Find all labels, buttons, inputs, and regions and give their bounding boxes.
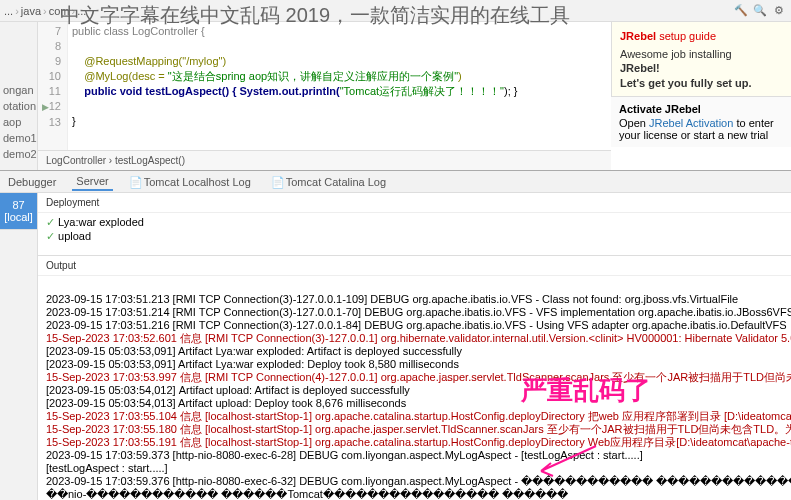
deployment-header: Deployment [38, 193, 791, 213]
run-gutter-icon[interactable]: ▶ [42, 102, 49, 112]
bc-item[interactable]: ... [4, 5, 13, 17]
code-content[interactable]: public class LogController { @RequestMap… [68, 22, 611, 150]
log-line: [2023-09-15 05:03:54,013] Artifact uploa… [46, 397, 406, 409]
activate-text: Open JRebel Activation to enter your lic… [619, 117, 783, 141]
log-line: 15-Sep-2023 17:03:55.191 信息 [localhost-s… [46, 436, 791, 448]
deploy-item[interactable]: ✓ upload [46, 229, 783, 243]
gutter: 7 8 9 10 11 ▶12 13 [38, 22, 68, 150]
log-line: 15-Sep-2023 17:03:55.104 信息 [localhost-s… [46, 410, 791, 422]
log-line: 15-Sep-2023 17:03:53.997 信息 [RMI TCP Con… [46, 371, 791, 383]
jrebel-text: Let's get you fully set up. [620, 76, 783, 90]
tab-localhost-log[interactable]: 📄Tomcat Localhost Log [125, 174, 255, 190]
log-line: ��nio-������������ ������Tomcat���������… [46, 488, 568, 500]
tab-debugger[interactable]: Debugger [4, 174, 60, 190]
log-line: 2023-09-15 17:03:51.214 [RMI TCP Connect… [46, 306, 791, 318]
bc-item[interactable]: java [21, 5, 41, 17]
run-tabs: Debugger Server 📄Tomcat Localhost Log 📄T… [0, 171, 791, 193]
jrebel-panel: JRebel setup guide Awesome job installin… [611, 22, 791, 96]
search-icon[interactable]: 🔍 [752, 2, 768, 18]
output-header: Output [38, 255, 791, 276]
check-icon: ✓ [46, 216, 55, 228]
gear-icon[interactable]: ⚙ [771, 2, 787, 18]
side-tab-server[interactable]: 87[local] [0, 193, 37, 230]
log-line: 2023-09-15 17:03:51.213 [RMI TCP Connect… [46, 293, 738, 305]
side-tabs: 87[local] [0, 193, 38, 500]
log-icon: 📄 [129, 176, 141, 188]
tree-item[interactable]: aop [0, 114, 37, 130]
arrow-icon [526, 441, 606, 481]
jrebel-title: JRebel setup guide [620, 28, 783, 43]
activation-link[interactable]: JRebel Activation [649, 117, 733, 129]
console-output[interactable]: 2023-09-15 17:03:51.213 [RMI TCP Connect… [38, 276, 791, 500]
log-line: [2023-09-15 05:03:54,012] Artifact uploa… [46, 384, 410, 396]
toolbar-right: 🔨 🔍 ⚙ [733, 2, 787, 18]
log-icon: 📄 [271, 176, 283, 188]
code-editor[interactable]: 7 8 9 10 11 ▶12 13 public class LogContr… [38, 22, 611, 150]
tree-item[interactable]: ongan [0, 82, 37, 98]
check-icon: ✓ [46, 230, 55, 242]
tab-server[interactable]: Server [72, 173, 112, 191]
editor-breadcrumb[interactable]: LogController › testLogAspect() [38, 150, 611, 170]
log-line: 15-Sep-2023 17:03:55.180 信息 [localhost-s… [46, 423, 791, 435]
jrebel-text: Awesome job installing [620, 47, 783, 61]
project-tree[interactable]: ongan otation aop demo1 demo2 [0, 22, 38, 170]
log-line: [2023-09-15 05:03:53,091] Artifact Lya:w… [46, 358, 459, 370]
deploy-item[interactable]: ✓ Lya:war exploded [46, 215, 783, 229]
deployment-list: ✓ Lya:war exploded ✓ upload [38, 213, 791, 245]
run-panel: Debugger Server 📄Tomcat Localhost Log 📄T… [0, 170, 791, 500]
watermark-text: 中文字字幕在线中文乱码 2019，一款简洁实用的在线工具 [60, 2, 570, 29]
hammer-icon[interactable]: 🔨 [733, 2, 749, 18]
jrebel-text: JRebel! [620, 61, 783, 75]
activate-header: Activate JRebel [619, 103, 783, 115]
log-line: [2023-09-15 05:03:53,091] Artifact Lya:w… [46, 345, 462, 357]
log-line: 2023-09-15 17:03:51.216 [RMI TCP Connect… [46, 319, 787, 331]
tab-catalina-log[interactable]: 📄Tomcat Catalina Log [267, 174, 390, 190]
tree-item[interactable]: demo2 [0, 146, 37, 162]
log-line: [testLogAspect : start.....] [46, 462, 168, 474]
tree-item[interactable]: demo1 [0, 130, 37, 146]
tree-item[interactable]: otation [0, 98, 37, 114]
log-line: 2023-09-15 17:03:59.376 [http-nio-8080-e… [46, 475, 791, 487]
garbled-annotation: 严重乱码了 [521, 384, 651, 397]
jrebel-activate: Activate JRebel Open JRebel Activation t… [611, 96, 791, 147]
log-line: 15-Sep-2023 17:03:52.601 信息 [RMI TCP Con… [46, 332, 791, 344]
